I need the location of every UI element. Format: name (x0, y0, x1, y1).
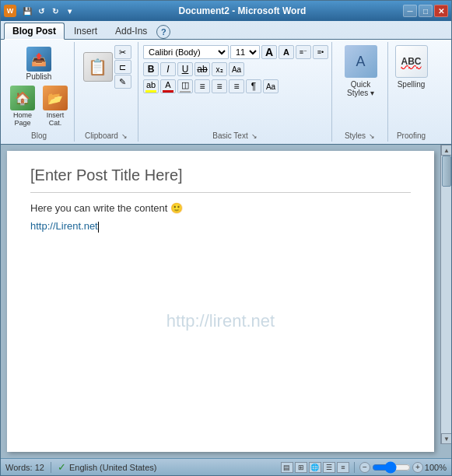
paste-button[interactable]: 📋 (83, 52, 113, 82)
basic-text-group-label: Basic Text (212, 130, 247, 142)
bullet-list-button[interactable]: ≡• (313, 45, 328, 59)
vertical-scrollbar[interactable]: ▲ ▼ (440, 145, 451, 444)
align-center-button[interactable]: ≡ (212, 79, 227, 93)
scroll-thumb[interactable] (442, 156, 451, 187)
status-separator-2 (354, 462, 355, 473)
copy-button[interactable]: ⊏ (114, 60, 131, 74)
redo-qa-button[interactable]: ↻ (49, 5, 61, 17)
minimize-button[interactable]: ─ (403, 5, 417, 17)
basic-text-expand-icon[interactable]: ↘ (250, 131, 259, 141)
styles-group-content: A QuickStyles ▾ (345, 44, 377, 130)
clipboard-small-buttons: ✂ ⊏ ✎ (114, 45, 131, 89)
clipboard-group-content: 📋 ✂ ⊏ ✎ (83, 44, 131, 130)
status-bar: Words: 12 ✓ English (United States) ▤ ⊞ … (1, 458, 451, 475)
insert-category-button[interactable]: 📂 InsertCat. (40, 84, 71, 128)
tab-add-ins[interactable]: Add-Ins (107, 23, 156, 39)
blog-group-content: 📤 Publish 🏠 HomePage 📂 InsertCat. (7, 44, 71, 130)
zoom-slider[interactable] (372, 464, 411, 471)
watermark: http://lirent.net (166, 311, 275, 331)
full-view-button[interactable]: ⊞ (295, 462, 307, 473)
spelling-button[interactable]: ABC (395, 45, 428, 78)
document-page[interactable]: [Enter Post Title Here] Here you can wri… (7, 151, 434, 452)
app-window: W 💾 ↺ ↻ ▾ Document2 - Microsoft Word ─ □… (0, 0, 452, 476)
font-name-row: Calibri (Body) 11 A A ≡⁻ ≡• (143, 45, 328, 59)
paragraph-mark-button[interactable]: ¶ (246, 79, 261, 93)
proofing-group-label: Proofing (397, 130, 426, 142)
text-cursor (98, 222, 99, 233)
document-url-line: http://Lirent.net (30, 220, 411, 233)
shading-button[interactable]: ◫ (177, 79, 193, 93)
basic-text-label-row: Basic Text ↘ (212, 130, 258, 142)
document-title-placeholder[interactable]: [Enter Post Title Here] (30, 166, 411, 193)
title-bar: W 💾 ↺ ↻ ▾ Document2 - Microsoft Word ─ □… (1, 1, 451, 21)
spelling-sub-label: Spelling (398, 80, 426, 89)
font-size-select[interactable]: 11 (230, 45, 260, 59)
home-page-button[interactable]: 🏠 HomePage (7, 84, 38, 128)
save-qa-button[interactable]: 💾 (21, 5, 33, 17)
content-text: Here you can write the content 🙂 (30, 202, 183, 214)
styles-label-row: Styles ↘ (345, 130, 377, 142)
ribbon-group-styles: A QuickStyles ▾ Styles ↘ (334, 42, 388, 142)
ribbon-tabs: Blog Post Insert Add-Ins ? (1, 21, 173, 39)
scroll-up-button[interactable]: ▲ (441, 145, 451, 156)
bold-button[interactable]: B (143, 62, 159, 76)
maximize-button[interactable]: □ (419, 5, 433, 17)
home-page-label: HomePage (13, 111, 32, 127)
document-content-line1: Here you can write the content 🙂 (30, 202, 411, 214)
close-button[interactable]: ✕ (434, 5, 448, 17)
styles-expand-icon[interactable]: ↘ (367, 131, 377, 141)
quick-styles-label: QuickStyles ▾ (347, 80, 374, 97)
document-url[interactable]: http://Lirent.net (30, 220, 98, 232)
language-label: English (United States) (69, 463, 157, 472)
publish-label: Publish (26, 72, 52, 81)
basic-text-content: Calibri (Body) 11 A A ≡⁻ ≡• B I (143, 44, 328, 130)
ribbon-group-basic-text: Calibri (Body) 11 A A ≡⁻ ≡• B I (140, 42, 332, 142)
clear-format-button[interactable]: Aa (229, 62, 244, 76)
publish-button[interactable]: 📤 Publish (23, 45, 55, 82)
zoom-in-button[interactable]: + (412, 462, 423, 473)
color-row: ab A ◫ ≡ ≡ ≡ ¶ (143, 79, 279, 93)
quick-access-toolbar: W 💾 ↺ ↻ ▾ (4, 5, 75, 17)
tab-insert[interactable]: Insert (65, 23, 106, 39)
quick-styles-button[interactable]: A (345, 45, 377, 78)
web-view-button[interactable]: 🌐 (309, 462, 321, 473)
subscript-button[interactable]: x₂ (212, 62, 227, 76)
undo-qa-button[interactable]: ↺ (35, 5, 47, 17)
zoom-out-button[interactable]: − (359, 462, 370, 473)
blog-group-label: Blog (31, 130, 47, 142)
decrease-font-size-button[interactable]: A (279, 45, 294, 59)
clipboard-group-label-row: Clipboard ↘ (85, 130, 129, 142)
align-left-button[interactable]: ≡ (194, 79, 210, 93)
window-controls: ─ □ ✕ (403, 5, 448, 17)
scroll-down-button[interactable]: ▼ (441, 433, 451, 444)
ribbon-group-proofing: ABC Spelling Proofing (390, 42, 433, 142)
draft-view-button[interactable]: ≡ (337, 462, 349, 473)
align-right-button[interactable]: ≡ (229, 79, 244, 93)
strikethrough-button[interactable]: ab (194, 62, 210, 76)
clipboard-top: 📋 ✂ ⊏ ✎ (83, 45, 131, 89)
italic-button[interactable]: I (160, 62, 176, 76)
change-styles-button[interactable]: Aa (263, 79, 279, 93)
help-button[interactable]: ? (156, 25, 170, 39)
insert-category-icon: 📂 (43, 86, 68, 110)
text-highlight-button[interactable]: ab (143, 79, 159, 93)
clipboard-expand-icon[interactable]: ↘ (120, 131, 129, 141)
font-color-button[interactable]: A (160, 79, 176, 93)
ribbon-content: 📤 Publish 🏠 HomePage 📂 InsertCat. (1, 39, 451, 144)
scroll-track[interactable] (441, 156, 451, 433)
increase-font-size-button[interactable]: A (261, 45, 277, 59)
format-painter-button[interactable]: ✎ (114, 75, 131, 89)
ribbon-tabs-row: Blog Post Insert Add-Ins ? (1, 21, 451, 39)
app-icon: W (4, 5, 16, 17)
tab-blog-post[interactable]: Blog Post (4, 23, 65, 40)
proofing-status-icon: ✓ (58, 461, 66, 473)
underline-button[interactable]: U (177, 62, 193, 76)
blog-secondary-buttons: 🏠 HomePage 📂 InsertCat. (7, 84, 71, 128)
cut-button[interactable]: ✂ (114, 45, 131, 59)
qa-dropdown-button[interactable]: ▾ (63, 5, 75, 17)
font-name-select[interactable]: Calibri (Body) (143, 45, 229, 59)
print-view-button[interactable]: ▤ (281, 462, 293, 473)
proofing-label-row: Proofing (397, 130, 426, 142)
numbered-list-button[interactable]: ≡⁻ (296, 45, 311, 59)
outline-view-button[interactable]: ☰ (323, 462, 335, 473)
